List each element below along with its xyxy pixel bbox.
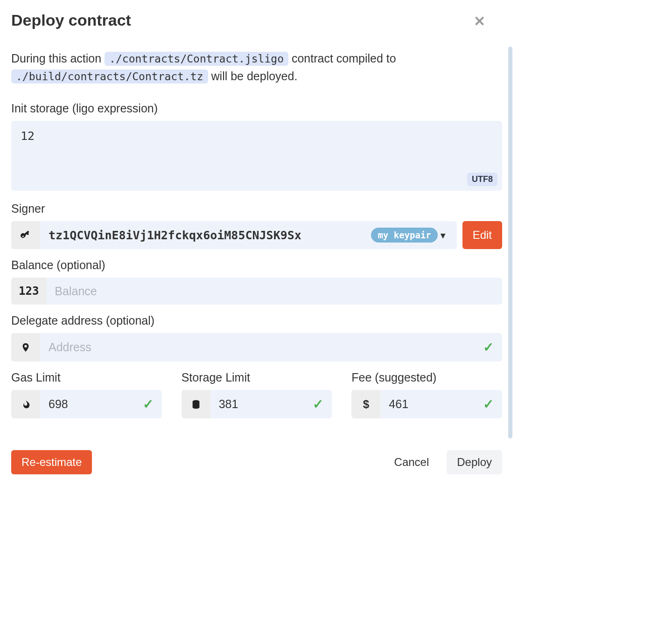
balance-label: Balance (optional) bbox=[11, 258, 502, 272]
keypair-badge[interactable]: my keypair bbox=[371, 228, 437, 243]
fee-label: Fee (suggested) bbox=[351, 371, 502, 384]
modal-title: Deploy contract bbox=[11, 11, 502, 29]
signer-label: Signer bbox=[11, 202, 502, 215]
encoding-badge[interactable]: UTF8 bbox=[467, 173, 497, 186]
deploy-button[interactable]: Deploy bbox=[447, 450, 502, 474]
check-icon: ✓ bbox=[313, 396, 323, 412]
close-icon[interactable]: ✕ bbox=[474, 13, 485, 29]
database-icon bbox=[182, 390, 210, 418]
balance-input[interactable]: Balance bbox=[46, 278, 502, 305]
fire-icon bbox=[11, 390, 40, 418]
source-path-chip: ./contracts/Contract.jsligo bbox=[105, 52, 288, 66]
desc-suffix: will be deployed. bbox=[211, 69, 298, 83]
chevron-down-icon[interactable]: ▼ bbox=[440, 230, 448, 240]
fee-value: 461 bbox=[389, 397, 408, 411]
init-storage-label: Init storage (ligo expression) bbox=[11, 102, 502, 115]
delegate-label: Delegate address (optional) bbox=[11, 314, 502, 327]
storage-limit-value: 381 bbox=[219, 397, 238, 411]
deploy-contract-modal: ✕ Deploy contract During this action ./c… bbox=[0, 0, 513, 487]
reestimate-button[interactable]: Re-estimate bbox=[11, 450, 92, 474]
desc-prefix: During this action bbox=[11, 52, 105, 65]
gas-limit-value: 698 bbox=[49, 397, 68, 411]
build-path-chip: ./build/contracts/Contract.tz bbox=[11, 69, 208, 83]
check-icon: ✓ bbox=[143, 396, 154, 412]
balance-addon: 123 bbox=[11, 278, 46, 305]
scrollbar[interactable] bbox=[508, 47, 512, 438]
edit-signer-button[interactable]: Edit bbox=[462, 221, 502, 249]
signer-address-field[interactable]: tz1QCVQinE8iVj1H2fckqx6oiM85CNJSK9Sx my … bbox=[40, 221, 457, 249]
pin-icon bbox=[11, 333, 40, 361]
init-storage-input[interactable]: 12 UTF8 bbox=[11, 121, 502, 191]
cancel-button[interactable]: Cancel bbox=[384, 450, 440, 474]
dollar-icon: $ bbox=[351, 390, 380, 418]
signer-address: tz1QCVQinE8iVj1H2fckqx6oiM85CNJSK9Sx bbox=[49, 229, 301, 242]
check-icon: ✓ bbox=[483, 396, 494, 412]
storage-limit-input[interactable]: 381 ✓ bbox=[210, 390, 332, 418]
delegate-input[interactable]: Address ✓ bbox=[40, 333, 502, 361]
gas-limit-input[interactable]: 698 ✓ bbox=[40, 390, 162, 418]
storage-limit-label: Storage Limit bbox=[182, 371, 332, 384]
gas-limit-label: Gas Limit bbox=[11, 371, 162, 384]
balance-placeholder: Balance bbox=[55, 285, 97, 298]
delegate-placeholder: Address bbox=[49, 340, 91, 354]
fee-input[interactable]: 461 ✓ bbox=[380, 390, 502, 418]
key-icon bbox=[11, 221, 40, 249]
desc-mid: contract compiled to bbox=[292, 52, 396, 65]
check-icon: ✓ bbox=[483, 340, 494, 355]
init-storage-value: 12 bbox=[21, 129, 493, 143]
description: During this action ./contracts/Contract.… bbox=[11, 50, 502, 85]
